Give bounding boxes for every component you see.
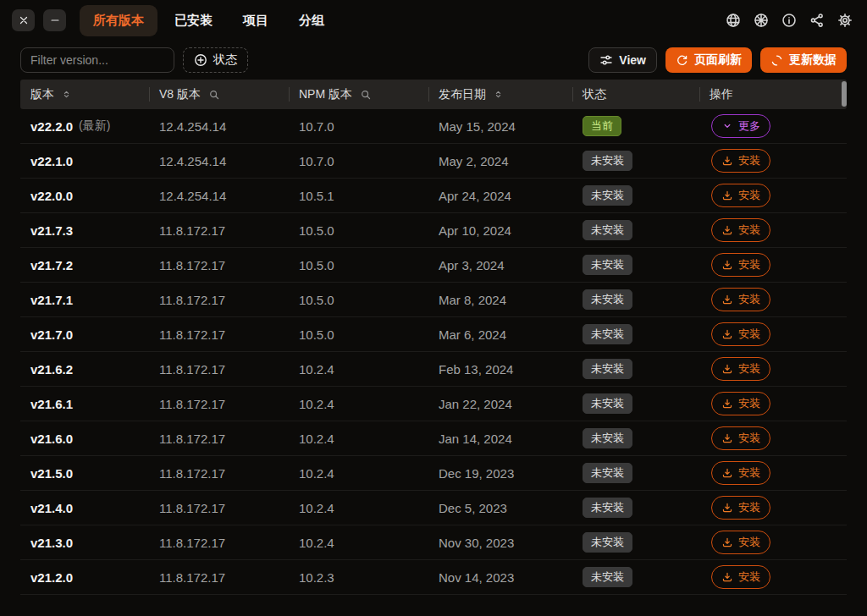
tab-projects[interactable]: 项目 bbox=[229, 5, 282, 36]
release-date-cell: Nov 30, 2023 bbox=[428, 536, 572, 550]
version-label: v21.7.0 bbox=[30, 327, 73, 342]
search-icon[interactable] bbox=[360, 89, 372, 101]
install-button[interactable]: 安装 bbox=[711, 392, 770, 415]
wheel-icon[interactable] bbox=[751, 10, 771, 30]
filter-version-input[interactable] bbox=[20, 47, 174, 73]
version-label: v21.6.0 bbox=[30, 432, 73, 446]
download-icon bbox=[721, 502, 733, 514]
status-badge: 未安装 bbox=[583, 220, 632, 240]
v8-version-cell: 11.8.172.17 bbox=[149, 501, 289, 515]
tab-all-versions[interactable]: 所有版本 bbox=[80, 5, 157, 36]
version-label: v21.7.2 bbox=[30, 258, 73, 272]
npm-version-cell: 10.2.3 bbox=[289, 570, 428, 585]
install-button[interactable]: 安装 bbox=[711, 496, 770, 520]
table-row: v21.2.011.8.172.1710.2.3Nov 14, 2023未安装安… bbox=[20, 560, 847, 595]
search-icon[interactable] bbox=[208, 89, 220, 101]
install-label: 安装 bbox=[738, 535, 760, 550]
install-button[interactable]: 安装 bbox=[711, 322, 770, 346]
v8-version-cell: 11.8.172.17 bbox=[149, 466, 289, 481]
scrollbar-thumb[interactable] bbox=[842, 81, 847, 107]
status-badge: 未安装 bbox=[583, 498, 632, 518]
release-date-cell: Apr 10, 2024 bbox=[428, 223, 572, 238]
install-button[interactable]: 安装 bbox=[711, 253, 770, 277]
install-button[interactable]: 安装 bbox=[711, 184, 770, 207]
npm-version-cell: 10.2.4 bbox=[289, 536, 428, 550]
status-badge: 未安装 bbox=[583, 151, 632, 171]
download-icon bbox=[721, 571, 733, 583]
minimize-button[interactable] bbox=[43, 9, 66, 31]
download-icon bbox=[721, 536, 733, 548]
version-label: v21.6.1 bbox=[30, 397, 73, 411]
chevron-down-icon bbox=[721, 120, 733, 132]
release-date-cell: May 2, 2024 bbox=[428, 154, 572, 168]
more-button[interactable]: 更多 bbox=[711, 114, 770, 138]
view-button[interactable]: View bbox=[588, 47, 657, 73]
titlebar: 所有版本已安装项目分组 bbox=[0, 0, 867, 41]
install-button[interactable]: 安装 bbox=[711, 357, 770, 381]
toolbar: 状态 View 页面刷新 更新数据 bbox=[0, 47, 867, 74]
info-icon[interactable] bbox=[779, 10, 799, 30]
status-badge: 未安装 bbox=[583, 567, 632, 587]
install-label: 安装 bbox=[738, 257, 760, 272]
v8-version-cell: 11.8.172.17 bbox=[149, 293, 289, 307]
loader-icon bbox=[770, 54, 783, 67]
table-row: v21.3.011.8.172.1710.2.4Nov 30, 2023未安装安… bbox=[20, 525, 847, 560]
download-icon bbox=[721, 398, 733, 410]
table-row: v21.4.011.8.172.1710.2.4Dec 5, 2023未安装安装 bbox=[20, 491, 847, 525]
status-filter-label: 状态 bbox=[213, 52, 237, 68]
status-filter-button[interactable]: 状态 bbox=[183, 47, 248, 73]
table-row: v22.0.012.4.254.1410.5.1Apr 24, 2024未安装安… bbox=[20, 179, 847, 213]
status-badge: 未安装 bbox=[583, 463, 632, 483]
release-date-cell: Dec 5, 2023 bbox=[428, 501, 572, 515]
status-badge: 未安装 bbox=[583, 359, 632, 379]
install-button[interactable]: 安装 bbox=[711, 426, 770, 450]
sort-icon[interactable] bbox=[62, 90, 71, 99]
version-label: v22.2.0 bbox=[30, 119, 73, 134]
globe-icon[interactable] bbox=[723, 10, 743, 30]
column-header-date: 发布日期 bbox=[428, 80, 572, 109]
page-refresh-button[interactable]: 页面刷新 bbox=[665, 47, 752, 73]
column-label: 版本 bbox=[30, 87, 54, 102]
v8-version-cell: 11.8.172.17 bbox=[149, 327, 289, 342]
install-button[interactable]: 安装 bbox=[711, 531, 770, 554]
share-icon[interactable] bbox=[807, 10, 827, 30]
install-button[interactable]: 安装 bbox=[711, 565, 770, 589]
column-label: 发布日期 bbox=[439, 87, 486, 102]
status-badge: 未安装 bbox=[583, 185, 632, 206]
v8-version-cell: 11.8.172.17 bbox=[149, 536, 289, 550]
table-row: v21.7.011.8.172.1710.5.0Mar 6, 2024未安装安装 bbox=[20, 317, 847, 352]
release-date-cell: Jan 14, 2024 bbox=[428, 432, 572, 446]
latest-tag: (最新) bbox=[79, 118, 110, 134]
table-row: v21.7.311.8.172.1710.5.0Apr 10, 2024未安装安… bbox=[20, 213, 847, 248]
page-refresh-label: 页面刷新 bbox=[694, 52, 742, 68]
update-data-button[interactable]: 更新数据 bbox=[760, 47, 847, 73]
column-header-npm: NPM 版本 bbox=[289, 80, 428, 109]
column-label: 状态 bbox=[583, 87, 606, 102]
npm-version-cell: 10.7.0 bbox=[289, 154, 428, 168]
column-label: V8 版本 bbox=[159, 87, 201, 102]
v8-version-cell: 11.8.172.17 bbox=[149, 258, 289, 272]
download-icon bbox=[721, 259, 733, 271]
gear-icon[interactable] bbox=[835, 10, 855, 30]
status-badge: 未安装 bbox=[583, 324, 632, 344]
install-button[interactable]: 安装 bbox=[711, 149, 770, 173]
table-row: v21.6.211.8.172.1710.2.4Feb 13, 2024未安装安… bbox=[20, 352, 847, 387]
install-label: 安装 bbox=[738, 292, 760, 307]
view-button-label: View bbox=[619, 53, 646, 67]
sort-icon[interactable] bbox=[494, 90, 503, 99]
install-label: 安装 bbox=[738, 500, 760, 515]
table-row: v22.2.0(最新)12.4.254.1410.7.0May 15, 2024… bbox=[20, 109, 847, 144]
tab-installed[interactable]: 已安装 bbox=[161, 5, 226, 36]
status-badge: 未安装 bbox=[583, 428, 632, 448]
close-button[interactable] bbox=[12, 9, 35, 31]
status-badge: 未安装 bbox=[583, 255, 632, 275]
table-header: 版本V8 版本NPM 版本发布日期状态操作 bbox=[20, 80, 847, 109]
install-button[interactable]: 安装 bbox=[711, 218, 770, 242]
npm-version-cell: 10.2.4 bbox=[289, 362, 428, 377]
version-label: v21.6.2 bbox=[30, 362, 73, 377]
install-button[interactable]: 安装 bbox=[711, 461, 770, 485]
download-icon bbox=[721, 328, 733, 340]
close-icon bbox=[18, 14, 30, 26]
install-button[interactable]: 安装 bbox=[711, 288, 770, 311]
tab-groups[interactable]: 分组 bbox=[285, 5, 338, 36]
